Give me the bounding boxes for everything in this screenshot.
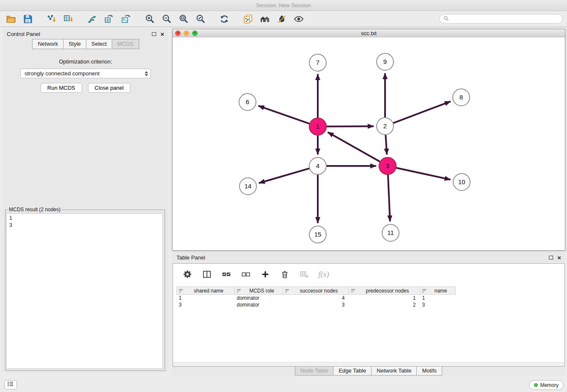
tab-motifs[interactable]: Motifs: [416, 367, 442, 375]
mcds-result-box: MCDS result (2 nodes) 13: [5, 207, 165, 371]
table-cell[interactable]: 1: [420, 295, 456, 301]
table-cell[interactable]: 1: [177, 295, 235, 301]
table-cell[interactable]: 4: [283, 295, 349, 301]
close-panel-button[interactable]: Close panel: [88, 83, 131, 93]
table-cell[interactable]: 3: [283, 301, 349, 308]
column-header-mcds-role[interactable]: MCDS role: [235, 287, 283, 295]
search-field[interactable]: [439, 14, 563, 24]
select-all-rows-icon[interactable]: [220, 268, 232, 280]
close-table-panel-icon[interactable]: ×: [557, 254, 561, 261]
node-4[interactable]: 4: [309, 157, 326, 174]
toolbar-group: [85, 13, 133, 25]
svg-text:3: 3: [386, 162, 389, 169]
table-cell[interactable]: dominator: [235, 301, 283, 308]
mcds-result-list: 13: [6, 213, 163, 369]
tab-mcds[interactable]: MCDS: [112, 39, 139, 49]
zoom-fit-icon[interactable]: [177, 13, 190, 25]
tab-select[interactable]: Select: [86, 39, 112, 49]
table-cell[interactable]: dominator: [235, 295, 283, 301]
edge-3-10[interactable]: [396, 168, 451, 179]
edge-1-2[interactable]: [327, 126, 374, 127]
show-details-icon[interactable]: [292, 13, 306, 25]
function-builder-icon: f(x): [318, 268, 330, 280]
column-header-successor-nodes[interactable]: successor nodes: [283, 287, 349, 295]
node-10[interactable]: 10: [453, 174, 470, 190]
deselect-all-rows-icon[interactable]: [240, 268, 252, 280]
zoom-window-icon[interactable]: +: [192, 30, 198, 36]
node-14[interactable]: 14: [239, 178, 256, 195]
table-settings-icon[interactable]: [182, 268, 193, 280]
export-table-icon[interactable]: [102, 13, 116, 25]
edge-4-14[interactable]: [259, 168, 309, 183]
network-canvas[interactable]: 7968124314101511: [173, 37, 565, 250]
float-panel-icon[interactable]: [152, 32, 156, 36]
minimize-window-icon[interactable]: −: [184, 30, 189, 36]
node-11[interactable]: 11: [382, 224, 399, 241]
column-label: name: [434, 288, 447, 294]
close-window-icon[interactable]: ×: [175, 30, 181, 36]
show-columns-icon[interactable]: [201, 268, 213, 280]
tab-node-table[interactable]: Node Table: [295, 367, 334, 375]
column-header-shared-name[interactable]: shared name: [177, 287, 235, 295]
window-titlebar: Session: New Session: [0, 0, 567, 11]
toolbar-group: [45, 13, 75, 25]
node-15[interactable]: 15: [309, 226, 326, 243]
edge-3-1[interactable]: [328, 132, 380, 161]
column-header-name[interactable]: name: [420, 287, 456, 295]
mcds-result-legend: MCDS result (2 nodes): [8, 207, 62, 213]
delete-column-icon[interactable]: [279, 268, 291, 280]
network-view-window: ×−+ scc.txt 7968124314101511: [172, 29, 565, 251]
node-6[interactable]: 6: [239, 94, 256, 110]
node-9[interactable]: 9: [377, 53, 394, 70]
home-overview-icon[interactable]: [258, 13, 272, 25]
edge-3-11[interactable]: [388, 175, 390, 221]
edge-2-3[interactable]: [385, 135, 387, 155]
new-network-icon[interactable]: [85, 13, 99, 25]
zoom-in-icon[interactable]: [143, 13, 157, 25]
memory-button[interactable]: Memory: [529, 380, 564, 390]
open-file-icon[interactable]: [4, 13, 18, 25]
apply-style-icon[interactable]: [275, 13, 289, 25]
tab-network[interactable]: Network: [32, 39, 63, 49]
optimization-criterion-select[interactable]: strongly connected component: [20, 69, 151, 78]
float-table-panel-icon[interactable]: [549, 256, 553, 259]
import-table-icon[interactable]: [62, 13, 75, 25]
save-session-icon[interactable]: [21, 13, 35, 25]
control-panel-tabs: NetworkStyleSelectMCDS: [3, 39, 168, 49]
column-label: shared name: [194, 288, 223, 294]
network-clipboard-icon[interactable]: [241, 13, 255, 25]
edge-2-8[interactable]: [394, 102, 451, 123]
panel-list-button[interactable]: [4, 380, 17, 389]
close-panel-icon[interactable]: ×: [160, 31, 164, 37]
table-row[interactable]: 3dominator323: [177, 301, 456, 308]
node-7[interactable]: 7: [309, 54, 326, 71]
graph-canvas[interactable]: 7968124314101511: [173, 37, 565, 250]
tab-network-table[interactable]: Network Table: [371, 367, 417, 375]
node-8[interactable]: 8: [453, 89, 470, 106]
node-1[interactable]: 1: [309, 118, 326, 135]
table-panel-header: Table Panel ×: [172, 252, 565, 262]
table-cell[interactable]: 3: [420, 301, 456, 308]
node-3[interactable]: 3: [379, 157, 396, 174]
tab-edge-table[interactable]: Edge Table: [333, 367, 372, 375]
node-2[interactable]: 2: [377, 118, 394, 135]
table-cell[interactable]: 3: [177, 301, 235, 308]
import-network-icon[interactable]: [45, 13, 58, 25]
table-row[interactable]: 1dominator411: [177, 295, 456, 301]
edge-1-6[interactable]: [258, 106, 309, 124]
optimization-criterion-label: Optimization criterion:: [3, 49, 168, 65]
column-header-predecessor-nodes[interactable]: predecessor nodes: [349, 287, 420, 295]
add-column-icon[interactable]: [259, 268, 271, 280]
zoom-out-icon[interactable]: [160, 13, 173, 25]
table-cell[interactable]: 1: [349, 295, 420, 301]
window-title: Session: New Session: [256, 2, 311, 8]
refresh-view-icon[interactable]: [217, 13, 231, 25]
search-input[interactable]: [451, 16, 559, 22]
network-window-titlebar[interactable]: ×−+ scc.txt: [173, 29, 565, 37]
export-image-icon[interactable]: [119, 13, 133, 25]
table-horizontal-scrollbar[interactable]: [173, 362, 564, 366]
run-mcds-button[interactable]: Run MCDS: [41, 83, 82, 93]
tab-style[interactable]: Style: [63, 39, 86, 49]
table-cell[interactable]: 2: [349, 301, 420, 308]
zoom-selected-icon[interactable]: [194, 13, 207, 25]
